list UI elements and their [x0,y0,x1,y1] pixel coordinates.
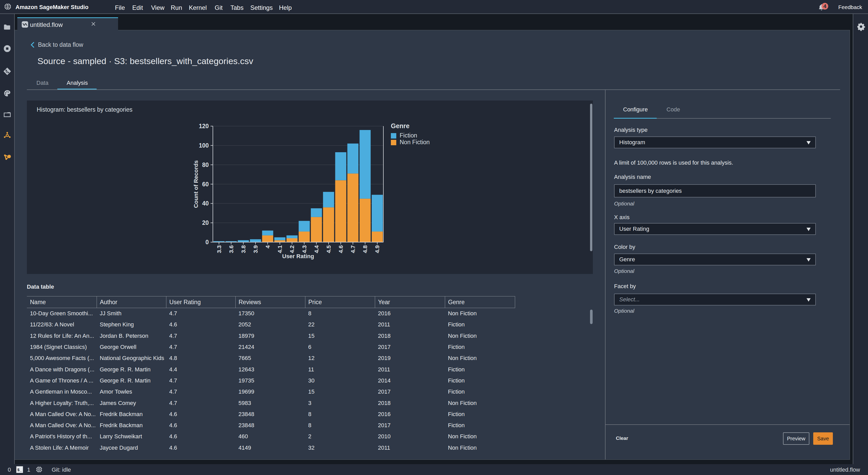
svg-text:User Rating: User Rating [282,253,314,260]
svg-text:4: 4 [265,245,271,248]
svg-text:4.2: 4.2 [289,245,295,253]
svg-text:4.7: 4.7 [350,245,356,253]
svg-text:3.3: 3.3 [216,245,222,253]
svg-text:Fiction: Fiction [400,132,417,139]
svg-text:Genre: Genre [391,122,409,129]
svg-text:20: 20 [202,219,209,226]
svg-text:3.6: 3.6 [228,245,235,253]
svg-text:4.9: 4.9 [374,245,380,253]
svg-text:4.4: 4.4 [313,245,320,253]
svg-text:4.5: 4.5 [326,245,332,253]
svg-text:4.8: 4.8 [362,245,368,253]
svg-text:120: 120 [199,123,209,129]
svg-text:100: 100 [199,142,209,149]
svg-text:40: 40 [202,200,209,207]
svg-text:80: 80 [202,161,209,168]
svg-text:60: 60 [202,181,209,188]
svg-text:3.9: 3.9 [252,245,259,253]
svg-text:0: 0 [206,239,209,245]
svg-text:Non Fiction: Non Fiction [400,139,430,146]
svg-text:3.8: 3.8 [240,245,247,253]
svg-text:4.1: 4.1 [277,245,283,253]
svg-text:4.3: 4.3 [301,245,308,253]
svg-text:Count of Records: Count of Records [193,160,199,208]
svg-text:4.6: 4.6 [338,245,344,253]
svg-text:$_: $_ [17,468,22,472]
